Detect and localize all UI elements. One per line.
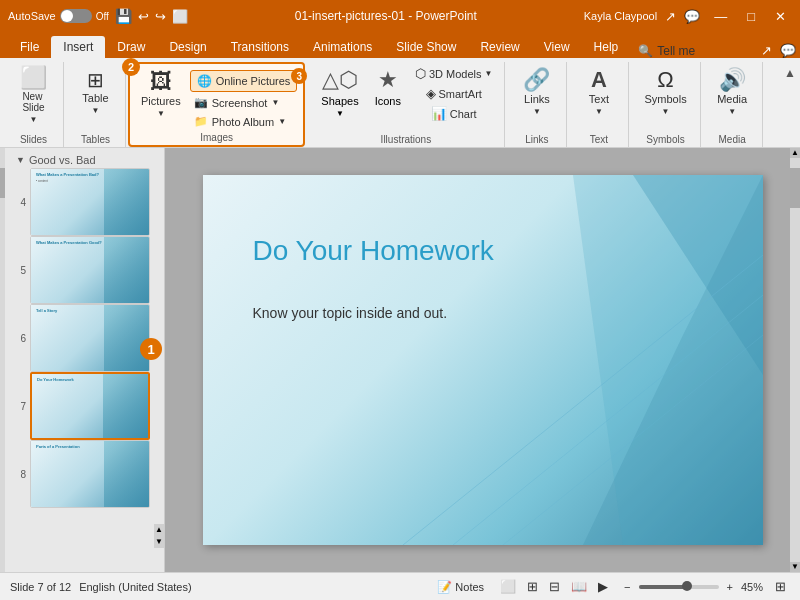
view-buttons: ⬜ ⊞ ⊟ 📖 ▶ xyxy=(496,577,612,596)
media-button[interactable]: 🔊 Media ▼ xyxy=(712,64,752,120)
threed-models-button[interactable]: ⬡ 3D Models ▼ xyxy=(411,64,497,83)
symbols-button[interactable]: Ω Symbols ▼ xyxy=(639,64,691,120)
illustrations-buttons: △⬡ Shapes ▼ ★ Icons ⬡ 3D Models ▼ ◈ xyxy=(315,64,496,123)
slide-thumb-8[interactable]: 8 Parts of a Presentation xyxy=(12,440,160,508)
view-normal-button[interactable]: ⬜ xyxy=(496,577,520,596)
language-info: English (United States) xyxy=(79,581,192,593)
group-images: 2 🖼 Pictures ▼ 🌐 Online Pictures 3 📷 Scr… xyxy=(128,62,305,147)
illustrations-content: △⬡ Shapes ▼ ★ Icons ⬡ 3D Models ▼ ◈ xyxy=(315,64,496,134)
ribbon-collapse-icon[interactable]: ▲ xyxy=(784,66,796,80)
thumb-title-7: Do Your Homework xyxy=(37,377,74,382)
shapes-button[interactable]: △⬡ Shapes ▼ xyxy=(315,64,364,121)
comment-ribbon-icon[interactable]: 💬 xyxy=(776,43,800,58)
slide-preview-8[interactable]: Parts of a Presentation xyxy=(30,440,150,508)
close-button[interactable]: ✕ xyxy=(769,7,792,26)
panel-scroll-down[interactable]: ▼ xyxy=(154,536,164,548)
panel-scroll-up[interactable]: ▲ xyxy=(154,524,164,536)
scroll-up-area: ▲ ▼ xyxy=(154,524,164,548)
slide-thumb-5[interactable]: 5 What Makes a Presentation Good? xyxy=(12,236,160,304)
new-slide-button[interactable]: ⬜ NewSlide ▼ xyxy=(14,64,54,127)
group-symbols: Ω Symbols ▼ Symbols xyxy=(631,62,700,147)
title-bar: AutoSave Off 💾 ↩ ↪ ⬜ 01-insert-pictures-… xyxy=(0,0,800,32)
vscroll-up-arrow[interactable]: ▲ xyxy=(790,148,800,158)
smartart-button[interactable]: ◈ SmartArt xyxy=(422,84,486,103)
text-button[interactable]: A Text ▼ xyxy=(579,64,619,120)
fit-to-window-button[interactable]: ⊞ xyxy=(771,577,790,596)
panel-content: Good vs. Bad 4 What Makes a Presentation… xyxy=(4,152,160,508)
media-arrow: ▼ xyxy=(728,107,736,116)
thumb-content-6: Tell a Story xyxy=(31,305,149,371)
slide-body[interactable]: Know your topic inside and out. xyxy=(253,305,448,321)
zoom-plus-button[interactable]: + xyxy=(723,579,737,595)
screenshot-button[interactable]: 📷 Screenshot ▼ xyxy=(190,94,298,111)
undo-icon[interactable]: ↩ xyxy=(138,9,149,24)
thumb-title-8: Parts of a Presentation xyxy=(36,444,80,449)
view-slideshow-button[interactable]: ▶ xyxy=(594,577,612,596)
redo-icon[interactable]: ↪ xyxy=(155,9,166,24)
slide-canvas[interactable]: Do Your Homework Know your topic inside … xyxy=(203,175,763,545)
icons-icon: ★ xyxy=(378,67,398,93)
autosave-toggle[interactable] xyxy=(60,9,92,23)
icons-button[interactable]: ★ Icons xyxy=(369,64,407,110)
view-sorter-button[interactable]: ⊟ xyxy=(545,577,564,596)
tab-draw[interactable]: Draw xyxy=(105,36,157,58)
slide-num-8: 8 xyxy=(12,469,26,480)
slide-thumb-7[interactable]: 7 Do Your Homework xyxy=(12,372,160,440)
zoom-slider[interactable] xyxy=(639,585,719,589)
slide-preview-5[interactable]: What Makes a Presentation Good? xyxy=(30,236,150,304)
canvas-area: Do Your Homework Know your topic inside … xyxy=(165,148,800,572)
zoom-minus-button[interactable]: − xyxy=(620,579,634,595)
online-pictures-label: Online Pictures xyxy=(216,75,291,87)
autosave-group: AutoSave Off xyxy=(8,9,109,23)
tab-review[interactable]: Review xyxy=(468,36,531,58)
shapes-icon: △⬡ xyxy=(322,67,358,93)
slide-thumb-6[interactable]: 6 Tell a Story xyxy=(12,304,160,372)
panel-scroll-thumb[interactable] xyxy=(0,168,5,198)
view-outline-button[interactable]: ⊞ xyxy=(523,577,542,596)
slide-preview-7[interactable]: Do Your Homework xyxy=(30,372,150,440)
share-ribbon-icon[interactable]: ↗ xyxy=(757,43,776,58)
links-button[interactable]: 🔗 Links ▼ xyxy=(517,64,557,120)
online-pictures-button[interactable]: 🌐 Online Pictures 3 xyxy=(190,70,298,92)
view-reading-button[interactable]: 📖 xyxy=(567,577,591,596)
tab-animations[interactable]: Animations xyxy=(301,36,384,58)
table-button[interactable]: ⊞ Table ▼ xyxy=(76,64,116,120)
autosave-state: Off xyxy=(96,11,109,22)
tab-view[interactable]: View xyxy=(532,36,582,58)
zoom-fill xyxy=(639,585,687,589)
tab-file[interactable]: File xyxy=(8,36,51,58)
tables-group-label: Tables xyxy=(81,134,110,147)
photo-album-button[interactable]: 📁 Photo Album ▼ xyxy=(190,113,298,130)
chart-button[interactable]: 📊 Chart xyxy=(427,104,481,123)
slide-decorations xyxy=(203,175,763,545)
tab-transitions[interactable]: Transitions xyxy=(219,36,301,58)
canvas-vscrollbar: ▲ ▼ xyxy=(790,148,800,572)
save-icon[interactable]: 💾 xyxy=(115,8,132,24)
tell-me-group: 🔍 Tell me xyxy=(638,44,695,58)
slide-title[interactable]: Do Your Homework xyxy=(253,235,494,267)
thumb-title-5: What Makes a Presentation Good? xyxy=(36,240,102,245)
pictures-button[interactable]: 🖼 Pictures ▼ xyxy=(136,66,186,122)
tab-slide-show[interactable]: Slide Show xyxy=(384,36,468,58)
slide-preview-6[interactable]: Tell a Story xyxy=(30,304,150,372)
vscroll-thumb[interactable] xyxy=(790,168,800,208)
maximize-button[interactable]: □ xyxy=(741,7,761,26)
tab-help[interactable]: Help xyxy=(582,36,631,58)
pictures-label: Pictures xyxy=(141,95,181,107)
tab-insert[interactable]: Insert xyxy=(51,36,105,58)
status-left: Slide 7 of 12 English (United States) xyxy=(10,581,192,593)
links-icon: 🔗 xyxy=(523,69,550,91)
group-text: A Text ▼ Text xyxy=(569,62,629,147)
comment-icon[interactable]: 💬 xyxy=(684,9,700,24)
slide-preview-4[interactable]: What Makes a Presentation Bad? • content xyxy=(30,168,150,236)
vscroll-down-arrow[interactable]: ▼ xyxy=(790,562,800,572)
tell-me-label[interactable]: Tell me xyxy=(657,44,695,58)
tab-design[interactable]: Design xyxy=(157,36,218,58)
share-icon[interactable]: ↗ xyxy=(665,9,676,24)
links-content: 🔗 Links ▼ xyxy=(517,64,557,134)
slide-thumb-4[interactable]: 4 What Makes a Presentation Bad? • conte… xyxy=(12,168,160,236)
minimize-button[interactable]: — xyxy=(708,7,733,26)
notes-button[interactable]: 📝 Notes xyxy=(433,578,488,596)
presentation-mode-icon[interactable]: ⬜ xyxy=(172,9,188,24)
slide-num-7: 7 xyxy=(12,401,26,412)
